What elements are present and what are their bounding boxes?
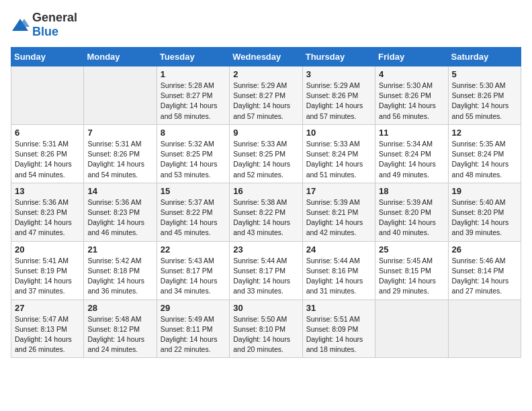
daylight-label: Daylight: 14 hours and 24 minutes. <box>87 335 144 353</box>
sunset-label: Sunset: 8:15 PM <box>379 267 431 275</box>
daylight-label: Daylight: 14 hours and 34 minutes. <box>161 277 218 295</box>
weekday-header: Sunday <box>11 48 84 66</box>
day-info: Sunrise: 5:29 AMSunset: 8:27 PMDaylight:… <box>233 81 298 122</box>
day-info: Sunrise: 5:32 AMSunset: 8:25 PMDaylight:… <box>161 139 226 180</box>
day-number: 15 <box>161 186 226 196</box>
sunset-label: Sunset: 8:26 PM <box>15 150 67 158</box>
day-number: 22 <box>161 244 226 255</box>
sunrise-label: Sunrise: 5:39 AM <box>306 198 360 206</box>
day-info: Sunrise: 5:33 AMSunset: 8:25 PMDaylight:… <box>233 139 298 180</box>
sunset-label: Sunset: 8:22 PM <box>233 208 285 216</box>
weekday-header: Tuesday <box>157 48 229 66</box>
calendar-cell: 3Sunrise: 5:29 AMSunset: 8:26 PMDaylight… <box>302 66 375 125</box>
daylight-label: Daylight: 14 hours and 33 minutes. <box>233 277 290 295</box>
calendar-cell: 8Sunrise: 5:32 AMSunset: 8:25 PMDaylight… <box>157 124 229 183</box>
calendar-cell <box>11 66 84 125</box>
weekday-header: Monday <box>84 48 157 66</box>
day-number: 8 <box>161 128 226 138</box>
day-number: 31 <box>306 303 371 313</box>
day-number: 3 <box>306 69 371 79</box>
daylight-label: Daylight: 14 hours and 47 minutes. <box>15 218 72 236</box>
day-number: 11 <box>379 128 444 138</box>
calendar-cell: 5Sunrise: 5:30 AMSunset: 8:26 PMDaylight… <box>448 66 521 125</box>
daylight-label: Daylight: 14 hours and 27 minutes. <box>452 277 509 295</box>
daylight-label: Daylight: 14 hours and 57 minutes. <box>306 101 363 120</box>
day-info: Sunrise: 5:35 AMSunset: 8:24 PMDaylight:… <box>452 139 517 180</box>
day-info: Sunrise: 5:34 AMSunset: 8:24 PMDaylight:… <box>379 139 444 180</box>
calendar-cell <box>84 66 157 125</box>
day-info: Sunrise: 5:33 AMSunset: 8:24 PMDaylight:… <box>306 139 371 180</box>
day-number: 26 <box>452 244 517 255</box>
daylight-label: Daylight: 14 hours and 39 minutes. <box>452 218 509 236</box>
calendar-week-row: 1Sunrise: 5:28 AMSunset: 8:27 PMDaylight… <box>11 66 521 125</box>
sunrise-label: Sunrise: 5:32 AM <box>161 140 214 148</box>
day-info: Sunrise: 5:30 AMSunset: 8:26 PMDaylight:… <box>452 81 517 122</box>
calendar-week-row: 20Sunrise: 5:41 AMSunset: 8:19 PMDayligh… <box>11 241 521 300</box>
day-number: 29 <box>161 303 226 313</box>
sunset-label: Sunset: 8:10 PM <box>233 325 285 333</box>
calendar-cell <box>375 300 448 358</box>
day-number: 1 <box>161 69 226 79</box>
day-number: 13 <box>15 186 80 196</box>
day-number: 18 <box>379 186 444 196</box>
sunset-label: Sunset: 8:22 PM <box>161 208 213 216</box>
daylight-label: Daylight: 14 hours and 48 minutes. <box>452 160 509 178</box>
sunrise-label: Sunrise: 5:50 AM <box>233 315 287 323</box>
sunrise-label: Sunrise: 5:36 AM <box>87 198 141 206</box>
sunrise-label: Sunrise: 5:41 AM <box>15 257 69 265</box>
sunset-label: Sunset: 8:12 PM <box>87 325 140 333</box>
day-info: Sunrise: 5:48 AMSunset: 8:12 PMDaylight:… <box>87 314 152 355</box>
calendar-cell: 2Sunrise: 5:29 AMSunset: 8:27 PMDaylight… <box>230 66 302 125</box>
day-info: Sunrise: 5:28 AMSunset: 8:27 PMDaylight:… <box>161 81 226 122</box>
sunset-label: Sunset: 8:26 PM <box>306 91 359 99</box>
sunset-label: Sunset: 8:23 PM <box>87 208 140 216</box>
calendar-cell: 17Sunrise: 5:39 AMSunset: 8:21 PMDayligh… <box>302 183 375 241</box>
sunrise-label: Sunrise: 5:29 AM <box>233 81 287 89</box>
daylight-label: Daylight: 14 hours and 54 minutes. <box>87 160 144 178</box>
day-number: 17 <box>306 186 371 196</box>
calendar-cell: 13Sunrise: 5:36 AMSunset: 8:23 PMDayligh… <box>11 183 84 241</box>
calendar-cell: 9Sunrise: 5:33 AMSunset: 8:25 PMDaylight… <box>230 124 302 183</box>
day-number: 7 <box>87 128 152 138</box>
calendar-week-row: 27Sunrise: 5:47 AMSunset: 8:13 PMDayligh… <box>11 300 521 358</box>
sunset-label: Sunset: 8:09 PM <box>306 325 359 333</box>
calendar-cell: 1Sunrise: 5:28 AMSunset: 8:27 PMDaylight… <box>157 66 229 125</box>
sunrise-label: Sunrise: 5:44 AM <box>233 257 287 265</box>
daylight-label: Daylight: 14 hours and 43 minutes. <box>233 218 290 236</box>
day-number: 5 <box>452 69 517 79</box>
day-info: Sunrise: 5:38 AMSunset: 8:22 PMDaylight:… <box>233 197 298 238</box>
weekday-header: Friday <box>375 48 448 66</box>
calendar-cell: 18Sunrise: 5:39 AMSunset: 8:20 PMDayligh… <box>375 183 448 241</box>
day-info: Sunrise: 5:31 AMSunset: 8:26 PMDaylight:… <box>87 139 152 180</box>
day-info: Sunrise: 5:44 AMSunset: 8:17 PMDaylight:… <box>233 256 298 297</box>
daylight-label: Daylight: 14 hours and 22 minutes. <box>161 335 218 353</box>
day-number: 30 <box>233 303 298 313</box>
sunset-label: Sunset: 8:19 PM <box>15 267 67 275</box>
calendar-cell: 28Sunrise: 5:48 AMSunset: 8:12 PMDayligh… <box>84 300 157 358</box>
sunset-label: Sunset: 8:17 PM <box>233 267 285 275</box>
weekday-header: Thursday <box>302 48 375 66</box>
calendar-cell: 30Sunrise: 5:50 AMSunset: 8:10 PMDayligh… <box>230 300 302 358</box>
sunset-label: Sunset: 8:21 PM <box>306 208 359 216</box>
day-info: Sunrise: 5:42 AMSunset: 8:18 PMDaylight:… <box>87 256 152 297</box>
calendar-cell: 6Sunrise: 5:31 AMSunset: 8:26 PMDaylight… <box>11 124 84 183</box>
sunset-label: Sunset: 8:24 PM <box>452 150 504 158</box>
day-info: Sunrise: 5:36 AMSunset: 8:23 PMDaylight:… <box>87 197 152 238</box>
daylight-label: Daylight: 14 hours and 18 minutes. <box>306 335 363 353</box>
day-number: 6 <box>15 128 80 138</box>
sunrise-label: Sunrise: 5:44 AM <box>306 257 360 265</box>
weekday-header: Saturday <box>448 48 521 66</box>
daylight-label: Daylight: 14 hours and 31 minutes. <box>306 277 363 295</box>
sunset-label: Sunset: 8:26 PM <box>87 150 140 158</box>
daylight-label: Daylight: 14 hours and 52 minutes. <box>233 160 290 178</box>
sunrise-label: Sunrise: 5:31 AM <box>87 140 141 148</box>
day-info: Sunrise: 5:31 AMSunset: 8:26 PMDaylight:… <box>15 139 80 180</box>
calendar-table: SundayMondayTuesdayWednesdayThursdayFrid… <box>11 47 521 358</box>
day-info: Sunrise: 5:40 AMSunset: 8:20 PMDaylight:… <box>452 197 517 238</box>
calendar-cell: 19Sunrise: 5:40 AMSunset: 8:20 PMDayligh… <box>448 183 521 241</box>
sunrise-label: Sunrise: 5:28 AM <box>161 81 214 89</box>
sunset-label: Sunset: 8:26 PM <box>452 91 504 99</box>
sunset-label: Sunset: 8:27 PM <box>233 91 285 99</box>
daylight-label: Daylight: 14 hours and 46 minutes. <box>87 218 144 236</box>
day-number: 21 <box>87 244 152 255</box>
